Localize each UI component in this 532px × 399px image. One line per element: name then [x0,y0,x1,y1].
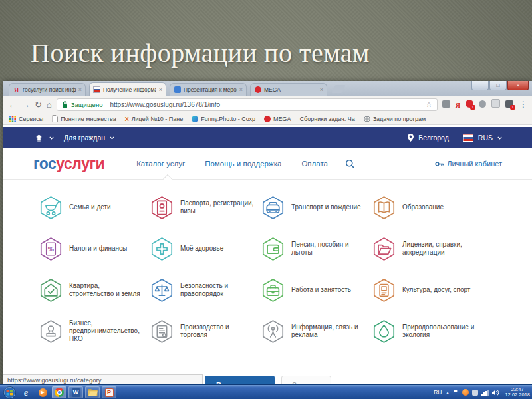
category-item[interactable]: Квартира, строительство и земля [39,275,150,305]
minimize-button[interactable]: – [471,81,489,90]
search-icon[interactable] [345,159,355,169]
category-item[interactable]: Пенсия, пособия и льготы [261,234,372,263]
photo-icon [192,116,198,122]
flag-icon[interactable] [453,389,459,396]
taskbar-wmp-button[interactable]: ▶ [35,386,50,398]
all-catalog-button[interactable]: Весь каталог [205,376,275,384]
category-label: Информация, связь и реклама [291,323,367,339]
bookmark-item[interactable]: Понятие множества [52,115,116,122]
avast-icon[interactable] [462,389,469,396]
tab-close-icon[interactable]: × [239,86,243,93]
category-label: Производство и торговля [180,323,256,339]
tab-close-icon[interactable]: × [78,86,82,93]
reload-icon[interactable]: ↻ [35,100,42,109]
tray-expand-icon[interactable]: ▲ [446,390,450,395]
bookmark-star-icon[interactable]: ☆ [426,100,432,109]
address-bar[interactable]: Защищено https://www.gosuslugi.ru/13678/… [57,98,438,111]
category-item[interactable]: Транспорт и вождение [261,193,372,222]
category-label: Природопользование и экология [402,323,478,339]
gosuslugi-logo[interactable]: госуслуги [33,155,104,173]
bookmark-item[interactable]: Сборники задач. Ча [300,116,355,122]
catalog-panel: Семья и детиПаспорта, регистрации, визыТ… [3,193,532,384]
back-icon[interactable]: ← [8,100,17,109]
site-nav-item-active[interactable]: Каталог услуг [136,160,185,168]
circle-icon[interactable] [479,98,486,110]
home-icon[interactable]: ⌂ [47,100,52,109]
pdf-icon[interactable] [491,98,500,110]
bookmark-item[interactable]: Задачи по програм [364,116,426,122]
scales-icon [150,278,174,303]
category-item[interactable]: Безопасность и правопорядок [150,275,261,305]
globe-icon [364,116,370,122]
network-icon[interactable] [481,390,489,396]
chevron-down-icon[interactable] [49,136,54,140]
bookmark-item[interactable]: XЛицей №10 - Пане [125,116,184,122]
tab-close-icon[interactable]: × [159,86,162,93]
category-item[interactable]: Образование [372,193,483,222]
category-item[interactable]: Паспорта, регистрации, визы [150,193,261,222]
tax-document-icon: % [39,237,63,261]
close-button[interactable]: × [507,81,529,90]
category-item[interactable]: Семья и дети [39,193,150,222]
audience-selector[interactable]: Для граждан [64,134,105,142]
category-item[interactable]: Информация, связь и реклама [261,317,372,346]
taskbar-start-button[interactable] [2,386,17,398]
taskbar-explorer-button[interactable] [85,386,100,398]
yandex-icon[interactable]: Я [456,98,460,110]
bookmark-label: Понятие множества [61,116,116,122]
location-pin-icon [408,134,414,142]
taskbar-word-button[interactable]: W [68,386,83,398]
category-item[interactable]: %Налоги и финансы [39,234,150,263]
browser-tab[interactable]: Презентация к меропр× [170,83,247,96]
bookmark-item[interactable]: Сервисы [9,116,43,122]
car-icon [261,196,285,220]
category-item[interactable]: Лицензии, справки, аккредитации [372,234,483,263]
browser-tab[interactable]: MEGA× [250,83,327,96]
site-nav-item[interactable]: Оплата [301,160,328,168]
health-cross-icon [150,237,174,261]
category-label: Пенсия, пособия и льготы [291,241,367,257]
tab-close-icon[interactable]: × [320,86,323,93]
city-selector[interactable]: Белгород [418,134,449,142]
bookmark-item[interactable]: Funny.Pho.to - Сохр [192,116,255,122]
category-label: Безопасность и правопорядок [180,282,256,298]
tray-app-icon[interactable] [472,390,478,396]
category-item[interactable]: Природопользование и экология [372,317,483,346]
category-item[interactable]: Производство и торговля [150,317,261,346]
stamp-icon [39,319,63,344]
bookmark-item[interactable]: MEGA [264,116,291,122]
taskbar-clock[interactable]: 22:47 12.02.2018 [505,387,530,398]
close-catalog-button[interactable]: Закрыть [281,376,331,384]
taskbar-ie-button[interactable]: e [19,386,33,398]
coat-of-arms-icon [33,134,45,142]
account-link[interactable]: Личный кабинет [435,160,502,168]
mega-badge-icon[interactable]: 1 [466,98,473,110]
forward-icon[interactable]: → [21,100,30,109]
presentation-icon [174,86,181,93]
category-label: Культура, досуг, спорт [402,286,470,294]
new-tab-button[interactable] [331,85,346,93]
language-indicator[interactable]: RU [434,389,442,396]
browser-menu-icon[interactable]: ⋮ [519,100,527,109]
site-nav-item[interactable]: Помощь и поддержка [205,160,281,168]
lock-icon [62,101,68,108]
speaker-icon[interactable] [492,390,499,396]
category-label: Паспорта, регистрации, визы [180,200,256,215]
taskbar-powerpoint-button[interactable]: P [102,386,116,398]
taskbar-chrome-button[interactable] [52,386,66,398]
category-item[interactable]: Моё здоровье [150,234,261,263]
box-icon[interactable] [442,98,450,110]
browser-tab[interactable]: Получение информаци× [89,82,166,96]
category-item[interactable]: Культура, досуг, спорт [372,275,483,305]
briefcase-icon [261,278,285,303]
wallet-icon [261,237,285,261]
snip-badge-icon[interactable]: 1 [505,98,513,110]
windows-taskbar: e▶WP RU ▲ 22:47 12.02.2018 [0,384,532,399]
browser-tab[interactable]: Ягосуслуги поиск инфор× [9,83,86,96]
category-item[interactable]: Бизнес, предпринимательство, НКО [39,317,150,346]
category-item[interactable]: Работа и занятость [261,275,372,305]
slide-title: Поиск информации по темам [31,37,370,68]
maximize-button[interactable]: □ [489,81,507,90]
russia-flag-icon [93,86,100,93]
language-selector[interactable]: RUS [478,134,493,142]
